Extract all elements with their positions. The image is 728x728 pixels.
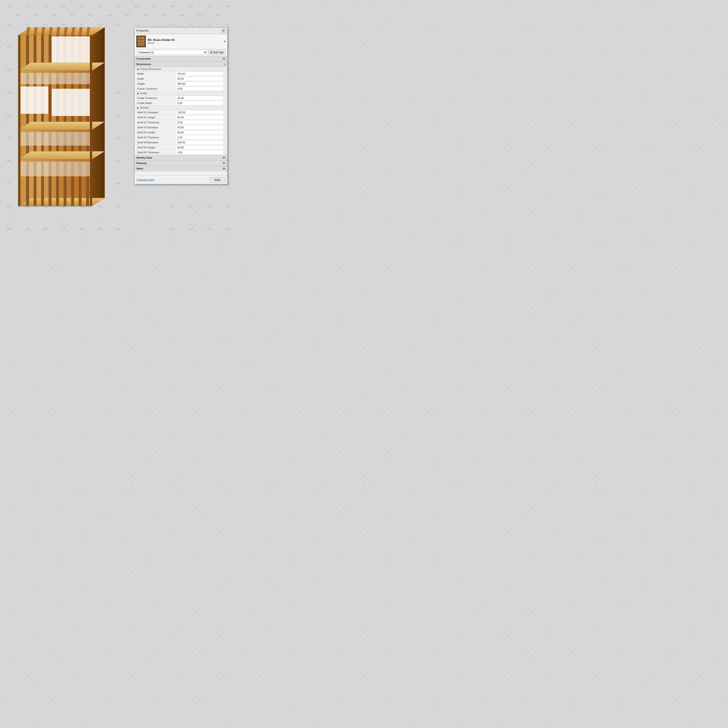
depth-lock-icon: □ <box>223 77 227 80</box>
svg-marker-1 <box>92 27 105 206</box>
svg-rect-44 <box>142 37 142 39</box>
frame-thickness-row: Frame Thickness 5.00 □ <box>135 86 227 91</box>
shelf03-thickness-value[interactable]: 2.50 <box>175 151 223 154</box>
shelf01-height-lock-icon: □ <box>223 116 227 119</box>
svg-rect-33 <box>19 86 48 114</box>
dimensions-collapse-icon: « <box>224 63 225 66</box>
height-label: Height <box>135 82 175 86</box>
other-label: Other <box>136 167 143 170</box>
apply-button[interactable]: Apply <box>210 177 225 182</box>
phasing-collapse-icon: ≫ <box>222 162 225 165</box>
shelf01-elevation-row: Shelf 01 Elevation 130.00 □ <box>135 110 227 115</box>
constraints-collapse-icon: ≫ <box>222 57 225 60</box>
panel-titlebar: Properties ✕ <box>135 28 227 34</box>
svg-rect-46 <box>142 40 142 43</box>
identity-data-section-header[interactable]: Identity Data ≫ <box>135 155 227 161</box>
shelf03-height-label: Shelf 03 Height <box>135 145 175 149</box>
shelf02-thickness-row: Shelf 02 Thickness 2.50 □ <box>135 135 227 140</box>
svg-rect-7 <box>34 35 37 206</box>
edit-type-button[interactable]: ⊞ Edit Type <box>208 50 225 55</box>
shelves-subsection[interactable]: ▶ Shelves <box>135 106 227 110</box>
shelf02-elevation-label: Shelf 02 Elevation <box>135 125 175 129</box>
svg-rect-35 <box>18 35 20 206</box>
svg-rect-31 <box>19 162 92 176</box>
svg-rect-9 <box>41 35 44 206</box>
shelf03-height-value[interactable]: 65.00 <box>175 145 223 149</box>
svg-rect-41 <box>138 43 144 43</box>
component-header: RD_Room Divider 05 Wood ▾ <box>135 34 227 49</box>
empty-space <box>135 171 227 174</box>
svg-rect-34 <box>52 89 90 116</box>
profile-arrow: ▶ <box>137 92 139 95</box>
width-value[interactable]: 150.00 <box>175 72 223 75</box>
shelf01-elevation-value[interactable]: 130.00 <box>175 110 223 114</box>
frame-thickness-label: Frame Thickness <box>135 87 175 90</box>
svg-rect-11 <box>49 35 51 206</box>
constraints-section-header[interactable]: Constraints ≫ <box>135 56 227 61</box>
shelf02-height-lock-icon: □ <box>223 131 227 133</box>
shelf01-thickness-row: Shelf 01 Thickness 2.50 □ <box>135 120 227 125</box>
svg-rect-37 <box>19 206 92 207</box>
properties-scroll-area[interactable]: Constraints ≫ Dimensions « ▶ Frame Dimen… <box>135 56 227 174</box>
profile-width-value[interactable]: 5.00 <box>175 101 223 105</box>
shelf01-thickness-value[interactable]: 2.50 <box>175 121 223 124</box>
shelf03-elevation-lock-icon: □ <box>223 141 227 144</box>
shelf02-elevation-lock-icon: □ <box>223 126 227 128</box>
svg-rect-45 <box>140 40 140 43</box>
frame-thickness-value[interactable]: 5.00 <box>175 87 223 90</box>
svg-rect-5 <box>26 35 29 206</box>
close-button[interactable]: ✕ <box>221 29 225 33</box>
svg-rect-36 <box>90 35 92 206</box>
shelf02-height-row: Shelf 02 Height 60.00 □ <box>135 130 227 135</box>
casework-select[interactable]: Casework (1) <box>136 50 207 55</box>
dimensions-section-header[interactable]: Dimensions « <box>135 61 227 67</box>
identity-data-label: Identity Data <box>136 156 152 159</box>
profile-thickness-row: Profile Thickness 20.00 □ <box>135 96 227 101</box>
shelf02-elevation-value[interactable]: 50.00 <box>175 125 223 129</box>
other-collapse-icon: ≫ <box>222 167 225 170</box>
shelf-3d-view <box>5 18 130 216</box>
other-section-header[interactable]: Other ≫ <box>135 166 227 171</box>
frame-dimensions-label: Frame Dimensions <box>140 67 161 70</box>
shelf03-elevation-value[interactable]: 160.00 <box>175 141 223 144</box>
profile-thickness-value[interactable]: 20.00 <box>175 96 223 100</box>
edit-type-icon: ⊞ <box>210 51 212 54</box>
panel-title: Properties <box>136 29 149 32</box>
shelf03-thickness-lock-icon: □ <box>223 151 227 154</box>
depth-label: Depth <box>135 77 175 81</box>
profile-width-label: Profile Width <box>135 101 175 105</box>
component-name: RD_Room Divider 05 <box>148 38 175 41</box>
shelf02-height-value[interactable]: 60.00 <box>175 131 223 134</box>
width-lock-icon: □ <box>223 72 227 75</box>
depth-value[interactable]: 20.00 <box>175 77 223 81</box>
height-value[interactable]: 300.00 <box>175 82 223 86</box>
properties-help-link[interactable]: Properties help <box>137 178 154 181</box>
component-expand-arrow[interactable]: ▾ <box>224 40 225 43</box>
shelf03-height-lock-icon: □ <box>223 146 227 148</box>
shelf02-thickness-value[interactable]: 2.50 <box>175 136 223 139</box>
svg-rect-23 <box>18 70 92 73</box>
shelf03-thickness-row: Shelf 03 Thickness 2.50 □ <box>135 150 227 155</box>
panel-footer: Properties help Apply <box>135 175 227 184</box>
phasing-label: Phasing <box>136 162 147 165</box>
svg-rect-40 <box>138 39 144 40</box>
profile-subsection[interactable]: ▶ Profile <box>135 91 227 96</box>
casework-row: Casework (1) ⊞ Edit Type <box>135 49 227 56</box>
shelf01-height-value[interactable]: 50.00 <box>175 116 223 119</box>
shelf03-height-row: Shelf 03 Height 65.00 □ <box>135 145 227 150</box>
height-lock-icon: □ <box>223 83 227 85</box>
svg-rect-43 <box>140 37 140 39</box>
identity-data-collapse-icon: ≫ <box>222 156 225 159</box>
svg-rect-32 <box>52 37 90 63</box>
shelves-arrow: ▶ <box>137 107 139 109</box>
frame-dimensions-subsection[interactable]: ▶ Frame Dimensions <box>135 67 227 71</box>
shelf03-elevation-row: Shelf 03 Elevation 160.00 □ <box>135 140 227 145</box>
phasing-section-header[interactable]: Phasing ≫ <box>135 161 227 166</box>
svg-rect-42 <box>138 45 144 46</box>
frame-dim-arrow: ▶ <box>137 68 139 70</box>
profile-label: Profile <box>140 92 147 95</box>
profile-thickness-label: Profile Thickness <box>135 96 175 100</box>
shelf01-height-row: Shelf 01 Height 50.00 □ <box>135 115 227 120</box>
shelf02-elevation-row: Shelf 02 Elevation 50.00 □ <box>135 125 227 130</box>
shelf01-thickness-label: Shelf 01 Thickness <box>135 121 175 124</box>
